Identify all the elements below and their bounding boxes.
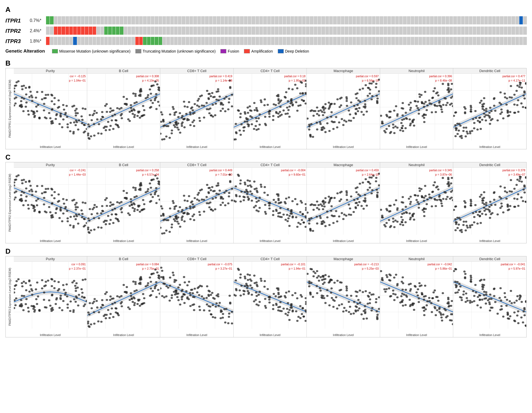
svg-point-1594 — [418, 203, 420, 205]
svg-point-22 — [75, 114, 77, 117]
svg-point-2332 — [355, 309, 357, 312]
gene-name-itpr3: ITPR3 — [5, 38, 30, 44]
svg-point-982 — [73, 199, 75, 201]
plot-header-5: Neutrophil — [380, 68, 453, 74]
svg-point-1386 — [264, 211, 266, 213]
svg-point-600 — [322, 107, 325, 109]
svg-point-2605 — [453, 270, 455, 272]
svg-point-587 — [356, 92, 359, 95]
svg-point-1726 — [458, 224, 460, 226]
bar-cell — [178, 37, 181, 45]
svg-point-886 — [489, 117, 491, 119]
svg-point-613 — [331, 111, 333, 113]
svg-point-2149 — [160, 267, 162, 269]
svg-point-23 — [81, 119, 84, 121]
svg-point-996 — [25, 195, 28, 198]
svg-point-2378 — [322, 276, 325, 278]
svg-point-1068 — [87, 227, 89, 229]
svg-point-1245 — [165, 230, 168, 232]
svg-point-1062 — [122, 190, 125, 192]
bar-cell — [186, 16, 189, 24]
svg-point-1482 — [323, 203, 325, 205]
bar-cell — [128, 16, 131, 24]
plots-c: Puritycor = −0.241p = 1.44e−03Infiltrati… — [14, 162, 526, 243]
svg-point-1164 — [207, 191, 210, 193]
svg-point-463 — [277, 99, 280, 102]
svg-point-557 — [362, 88, 364, 90]
svg-point-683 — [413, 125, 415, 127]
svg-point-2384 — [313, 271, 315, 273]
bar-cell — [515, 27, 519, 35]
svg-point-1088 — [128, 214, 131, 216]
svg-point-80 — [33, 116, 36, 118]
svg-point-2666 — [522, 321, 524, 324]
svg-point-1985 — [108, 317, 111, 319]
svg-point-521 — [377, 98, 379, 100]
svg-point-119 — [45, 94, 47, 96]
svg-point-2302 — [326, 295, 329, 297]
svg-point-75 — [49, 117, 52, 120]
svg-point-346 — [163, 138, 166, 140]
bar-cell — [197, 16, 201, 24]
svg-point-1731 — [484, 210, 486, 212]
svg-point-1109 — [109, 201, 112, 204]
bar-cell — [85, 27, 88, 35]
svg-point-196 — [139, 91, 141, 93]
svg-point-1249 — [214, 208, 217, 210]
svg-point-2481 — [417, 294, 419, 296]
bar-cell — [135, 37, 139, 45]
svg-point-2451 — [402, 276, 404, 279]
bar-cell — [244, 37, 247, 45]
plot-body-4: partial.cor = 0.597p = 6.56e−18 — [307, 74, 380, 145]
svg-point-844 — [489, 107, 492, 109]
svg-point-843 — [518, 86, 521, 88]
svg-point-1228 — [162, 215, 165, 217]
svg-point-2298 — [346, 289, 348, 292]
svg-point-1903 — [38, 309, 41, 311]
svg-point-1558 — [423, 197, 425, 199]
svg-point-2644 — [501, 308, 503, 310]
svg-point-2101 — [169, 285, 171, 287]
bar-cell — [395, 37, 399, 45]
svg-point-2262 — [287, 311, 290, 314]
bar-cell — [438, 27, 441, 35]
svg-point-2422 — [442, 292, 444, 294]
svg-point-734 — [431, 97, 434, 99]
svg-point-1565 — [450, 182, 452, 185]
svg-point-1869 — [43, 285, 46, 287]
svg-point-874 — [471, 130, 474, 132]
svg-point-1126 — [105, 220, 108, 222]
svg-point-1624 — [436, 186, 439, 188]
svg-point-1446 — [362, 182, 364, 184]
svg-point-1811 — [70, 301, 72, 303]
svg-point-1122 — [156, 178, 158, 180]
bar-cell — [279, 37, 282, 45]
x-label-0: Infiltration Level — [14, 333, 87, 337]
svg-point-2386 — [308, 285, 311, 288]
svg-point-753 — [381, 122, 383, 124]
svg-point-1311 — [246, 193, 249, 195]
svg-point-842 — [484, 116, 486, 118]
svg-point-984 — [28, 208, 30, 210]
bar-cell — [306, 27, 309, 35]
svg-point-2078 — [224, 321, 227, 324]
bar-cell — [500, 37, 503, 45]
svg-point-261 — [188, 101, 190, 103]
svg-point-1943 — [92, 302, 94, 304]
svg-point-2661 — [455, 268, 457, 270]
bar-cell — [244, 16, 247, 24]
svg-point-1843 — [55, 303, 57, 305]
bar-cell — [236, 16, 240, 24]
svg-point-2614 — [517, 310, 520, 312]
bar-cell — [484, 27, 488, 35]
svg-point-2274 — [247, 279, 249, 281]
svg-point-1946 — [115, 308, 118, 310]
svg-point-2120 — [231, 322, 233, 325]
svg-point-2002 — [87, 322, 89, 325]
svg-point-1601 — [418, 207, 420, 209]
svg-point-2273 — [275, 295, 277, 297]
bar-cell — [349, 16, 352, 24]
bar-cell — [166, 27, 170, 35]
svg-point-2198 — [251, 294, 253, 296]
bar-cell — [481, 27, 484, 35]
